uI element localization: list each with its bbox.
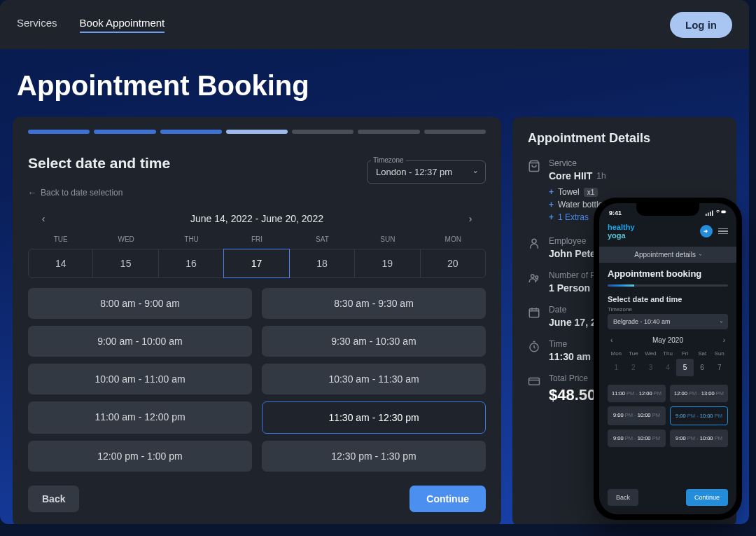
phone-cal-range: May 2020 (652, 336, 683, 344)
details-title: Appointment Details (528, 131, 721, 146)
time-slot[interactable]: 9:00 am - 10:00 am (28, 326, 252, 357)
time-slot[interactable]: 10:30 am - 11:30 am (262, 364, 486, 394)
continue-button[interactable]: Continue (410, 486, 486, 512)
time-slot[interactable]: 8:30 am - 9:30 am (262, 288, 486, 319)
cal-dow: MON (421, 230, 486, 249)
time-slot[interactable]: 12:00 pm - 1:00 pm (28, 441, 252, 472)
clock-icon (528, 341, 540, 353)
phone-cal-dow: Sun (710, 348, 728, 359)
svg-point-2 (536, 276, 538, 279)
phone-cal-dow: Mon (608, 348, 625, 359)
phone-cal-dow: Tue (625, 348, 643, 359)
phone-logo: healthyyoga (608, 223, 635, 240)
phone-timezone-select[interactable]: Belgrade - 10:40 am › (608, 314, 728, 329)
phone-cal-day[interactable]: 5 (676, 359, 694, 376)
phone-login-icon[interactable] (700, 225, 713, 238)
calendar-icon (528, 306, 540, 319)
phone-cal-prev[interactable]: ‹ (610, 336, 612, 344)
chevron-down-icon: › (718, 321, 724, 323)
phone-cal-dow: Thu (659, 348, 677, 359)
top-nav: Services Book Appointment Log in (0, 0, 749, 49)
phone-time-slot[interactable]: 12:00 PM - 13:00 PM (670, 385, 728, 402)
cal-dow: THU (159, 230, 224, 249)
time-slot[interactable]: 11:30 am - 12:30 pm (262, 401, 486, 434)
svg-point-1 (531, 275, 535, 278)
booking-panel: Select date and time Timezone London - 1… (13, 117, 501, 524)
cal-dow: FRI (224, 230, 289, 249)
cal-range: June 14, 2022 - June 20, 2022 (190, 213, 323, 224)
card-icon (528, 375, 540, 387)
svg-rect-3 (529, 309, 539, 317)
menu-icon[interactable] (718, 228, 728, 235)
phone-time-slot[interactable]: 9:00 PM - 10:00 PM (670, 430, 728, 447)
phone-progress (608, 284, 728, 287)
phone-cal-day[interactable]: 6 (694, 359, 711, 376)
phone-details-collapse[interactable]: Appointment details › (599, 247, 736, 263)
cal-day[interactable]: 17 (223, 249, 289, 278)
cal-day[interactable]: 14 (28, 249, 93, 278)
progress-bar (28, 130, 486, 134)
cal-prev[interactable]: ‹ (36, 213, 50, 224)
people-icon (528, 272, 540, 284)
svg-rect-6 (722, 210, 726, 213)
phone-time-slot[interactable]: 9:00 PM - 10:00 PM (608, 406, 666, 425)
cal-dow: WED (93, 230, 158, 249)
cal-dow: SAT (290, 230, 355, 249)
svg-rect-7 (726, 211, 727, 212)
cal-day[interactable]: 20 (420, 249, 486, 278)
phone-continue-button[interactable]: Continue (686, 489, 728, 506)
time-slot[interactable]: 12:30 pm - 1:30 pm (262, 441, 486, 472)
cal-day[interactable]: 16 (158, 249, 224, 278)
cal-day[interactable]: 18 (289, 249, 355, 278)
phone-cal-dow: Wed (642, 348, 659, 359)
time-slot[interactable]: 8:00 am - 9:00 am (28, 288, 252, 319)
phone-time-slot[interactable]: 9:00 PM - 10:00 PM (608, 430, 666, 447)
cal-next[interactable]: › (463, 213, 477, 224)
chevron-down-icon: › (697, 254, 704, 256)
cal-day[interactable]: 19 (354, 249, 420, 278)
svg-rect-5 (529, 378, 540, 385)
phone-subtitle: Select date and time (608, 295, 728, 303)
cal-dow: TUE (28, 230, 93, 249)
status-icons (706, 209, 727, 217)
arrow-left-icon: ← (28, 188, 36, 198)
cal-dow: SUN (355, 230, 420, 249)
phone-time-slot[interactable]: 9:00 PM - 10:00 PM (670, 406, 728, 425)
phone-time: 9:41 (609, 209, 622, 217)
time-slot[interactable]: 11:00 am - 12:00 pm (28, 401, 252, 434)
back-button[interactable]: Back (28, 486, 79, 512)
phone-title: Appointment booking (608, 268, 728, 279)
nav-book-appointment[interactable]: Book Appointment (80, 17, 165, 33)
phone-cal-day[interactable]: 3 (642, 359, 659, 376)
extra-item: + Towel x1 (549, 187, 721, 197)
chevron-down-icon: › (472, 171, 479, 173)
phone-cal-day[interactable]: 2 (625, 359, 643, 376)
timezone-label: Timezone (371, 156, 406, 164)
login-button[interactable]: Log in (670, 12, 732, 38)
bag-icon (528, 160, 540, 172)
phone-time-slot[interactable]: 11:00 PM - 12:00 PM (608, 385, 666, 402)
phone-back-button[interactable]: Back (608, 489, 638, 506)
nav-services[interactable]: Services (17, 17, 57, 33)
phone-cal-next[interactable]: › (723, 336, 725, 344)
phone-mockup: 9:41 healthyyoga Appointment details › A… (594, 198, 742, 520)
cal-day[interactable]: 15 (92, 249, 158, 278)
back-to-date-link[interactable]: ← Back to date selection (28, 188, 486, 198)
phone-cal-day[interactable]: 7 (710, 359, 728, 376)
page-title: Appointment Booking (0, 49, 749, 117)
phone-cal-dow: Sat (694, 348, 711, 359)
user-icon (528, 238, 540, 250)
time-slot[interactable]: 10:00 am - 11:00 am (28, 364, 252, 394)
phone-cal-day[interactable]: 1 (608, 359, 625, 376)
phone-cal-day[interactable]: 4 (659, 359, 677, 376)
svg-point-0 (532, 239, 536, 243)
phone-cal-dow: Fri (676, 348, 694, 359)
select-date-title: Select date and time (28, 155, 170, 172)
time-slot[interactable]: 9:30 am - 10:30 am (262, 326, 486, 357)
